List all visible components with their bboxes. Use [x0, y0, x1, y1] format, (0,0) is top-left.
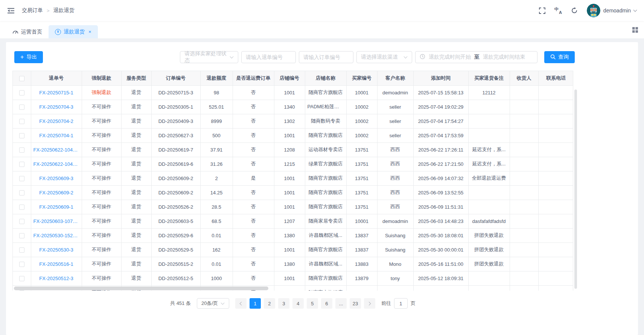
row-checkbox[interactable] [19, 162, 24, 167]
cell-remark: 拼团失败退款 [468, 243, 510, 257]
refresh-icon[interactable] [571, 7, 578, 14]
page-button-6[interactable]: 6 [321, 298, 332, 309]
row-checkbox[interactable] [19, 205, 24, 210]
page-button-5[interactable]: 5 [307, 298, 318, 309]
row-checkbox[interactable] [19, 133, 24, 138]
cell-refund_no[interactable]: FX-20250609-1 [31, 200, 82, 214]
cell-remark: 延迟支付，系... [468, 157, 510, 171]
cell-refund_no[interactable]: FX-20250609-3 [31, 171, 82, 185]
select-all-header [13, 71, 31, 85]
select-all-checkbox[interactable] [19, 76, 24, 81]
cell-buyer_id: 10002 [346, 128, 377, 142]
cell-shop_id: 1001 [274, 185, 305, 200]
page-button-2[interactable]: 2 [264, 298, 275, 309]
cell-amount: 0.01 [200, 257, 233, 271]
refund-channel-select[interactable]: 请选择退款渠道 [356, 51, 412, 63]
cell-refund_no[interactable]: FX-20250704-2 [31, 114, 82, 128]
cell-customer: 西西 [377, 200, 413, 214]
vertical-scrollbar[interactable] [574, 89, 577, 289]
cell-refund_no[interactable]: FX-20250603-107108 [31, 214, 82, 228]
cell-refund_no[interactable]: FX-20250512-3 [31, 271, 82, 285]
cell-customer: Suishang [377, 228, 413, 243]
row-checkbox[interactable] [19, 247, 24, 253]
page-button-1[interactable]: 1 [250, 298, 261, 309]
col-buyer_id: 买家编号 [346, 71, 377, 85]
cell-force_refund: 不可操作 [82, 214, 121, 228]
translate-icon[interactable]: 中A [554, 7, 562, 14]
cell-amount: 2 [200, 171, 233, 185]
cell-added_at: 2025-06-09 11:51:31 [413, 200, 468, 214]
breadcrumb: 交易订单 > 退款退货 [22, 7, 75, 14]
row-checkbox[interactable] [19, 90, 24, 95]
cell-phone [538, 171, 573, 185]
cell-refund_no[interactable]: FX-20250609-2 [31, 185, 82, 200]
cell-amount: 31.26 [200, 157, 233, 171]
cell-refund_no[interactable]: FX-20250530-152738 [31, 228, 82, 243]
cell-buyer_id: 10002 [346, 114, 377, 128]
breadcrumb-item-orders[interactable]: 交易订单 [22, 7, 43, 14]
cell-shop_name: 运动器材专卖店 [305, 142, 346, 157]
export-button[interactable]: + 导出 [14, 51, 43, 63]
row-checkbox[interactable] [19, 105, 24, 110]
cell-refund_no[interactable]: FX-20250704-1 [31, 128, 82, 142]
user-menu[interactable]: demoadmin [587, 4, 636, 17]
row-checkbox[interactable] [19, 262, 24, 267]
prev-page-button[interactable] [235, 298, 247, 309]
page-button-23[interactable]: 23 [350, 298, 361, 309]
cell-shop_id: 1380 [274, 257, 305, 271]
avatar[interactable] [587, 4, 600, 17]
col-receiver: 收货人 [510, 71, 538, 85]
row-checkbox[interactable] [19, 219, 24, 224]
row-checkbox[interactable] [19, 233, 24, 238]
page-button-4[interactable]: 4 [292, 298, 304, 309]
tab-options-grid-icon[interactable] [632, 27, 638, 33]
cell-refund_no[interactable]: FX-20250715-1 [31, 85, 82, 100]
cell-service_type: 退货 [121, 114, 151, 128]
horizontal-scrollbar[interactable] [14, 286, 268, 290]
row-checkbox[interactable] [19, 190, 24, 196]
page-buttons: 123456...23 [250, 298, 361, 309]
row-checkbox[interactable] [19, 176, 24, 181]
tab-refund-returns[interactable]: ¥ 退款退货 × [49, 25, 98, 38]
cell-phone [538, 214, 573, 228]
more-pages-button[interactable]: ... [335, 298, 347, 309]
close-icon[interactable]: × [88, 29, 91, 35]
table-row: FX-20250622-104431不可操作退货DD-20250619-631.… [13, 157, 573, 171]
refund-time-range-picker[interactable]: 退款完成时间开始 至 退款完成时间结束 [415, 51, 537, 63]
seller-status-select[interactable]: 请选择卖家处理状态 [180, 51, 238, 63]
cell-shop_name: 许昌魏都区域... [305, 228, 346, 243]
page-size-select[interactable]: 20条/页 [197, 298, 229, 309]
cell-receiver [510, 128, 538, 142]
cell-service_type: 退货 [121, 142, 151, 157]
row-select-cell [13, 157, 31, 171]
cell-customer: demoadmin [377, 85, 413, 100]
fullscreen-icon[interactable] [539, 8, 545, 14]
cell-refund_no[interactable]: FX-20250530-3 [31, 243, 82, 257]
cell-refund_no[interactable]: FX-20250622-104433 [31, 142, 82, 157]
content-card: + 导出 请选择卖家处理状态 请选择退款渠道 [6, 42, 638, 335]
order-no-input[interactable] [303, 54, 349, 60]
goto-page-input[interactable] [394, 298, 408, 309]
cell-receiver [510, 100, 538, 114]
pager: 123456...23 [235, 298, 375, 309]
cell-force_refund: 不可操作 [82, 171, 121, 185]
menu-fold-icon[interactable] [8, 8, 14, 14]
next-page-button[interactable] [364, 298, 375, 309]
cell-refund_no[interactable]: FX-20250622-104431 [31, 157, 82, 171]
cell-force_refund: 不可操作 [82, 128, 121, 142]
row-checkbox[interactable] [19, 147, 24, 153]
cell-shop_id: 1208 [274, 142, 305, 157]
cell-order_no: DD-20250526-2 [151, 200, 200, 214]
cell-refund_no[interactable]: FX-20250704-3 [31, 100, 82, 114]
tab-operations-home[interactable]: 运营首页 [6, 25, 49, 38]
row-select-cell [13, 271, 31, 285]
cell-order_no: DD-20250715-3 [151, 85, 200, 100]
cell-freight: 否 [233, 214, 274, 228]
cell-refund_no[interactable]: FX-20250516-1 [31, 257, 82, 271]
row-checkbox[interactable] [19, 276, 24, 281]
page-button-3[interactable]: 3 [278, 298, 289, 309]
chevron-right-icon [367, 302, 371, 305]
row-checkbox[interactable] [19, 119, 24, 124]
refund-no-input[interactable] [246, 54, 291, 60]
search-button[interactable]: 查询 [544, 51, 575, 63]
